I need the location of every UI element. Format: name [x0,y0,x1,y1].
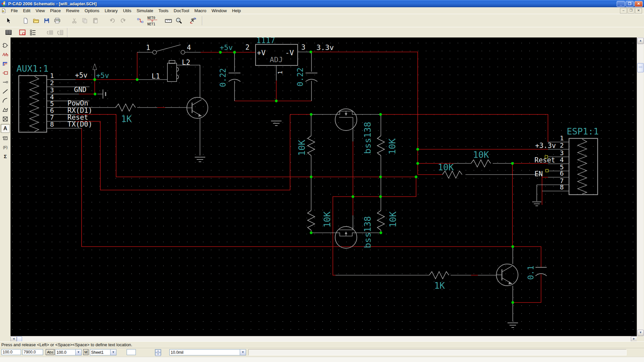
wire-advance-button[interactable] [135,16,145,26]
aux-pin-numbers[interactable]: 1 2 3 4 5 6 7 8 [50,72,54,128]
menu-options[interactable]: Options [82,8,102,14]
place-polygon-tool[interactable] [1,106,10,114]
spinner-up-icon[interactable]: ▲ [155,350,161,353]
menu-edit[interactable]: Edit [20,8,33,14]
width-spinner[interactable]: ▲ ▼ [155,349,161,355]
place-line-tool[interactable] [1,87,10,95]
redo-button[interactable] [118,16,128,26]
r1k-powon-value[interactable]: 1K [121,114,132,124]
net-label-5v-pin[interactable]: +5v [96,71,109,80]
reg-adj-pin[interactable]: 1 [277,71,284,74]
new-button[interactable] [20,16,31,26]
esp-pin-numbers[interactable]: 1 2 3 4 5 6 7 8 [560,134,564,191]
mosfet-upper-value[interactable]: bss138 [362,122,373,154]
y-coordinate-input[interactable] [22,349,43,355]
block-flip-button[interactable] [55,28,66,37]
scroll-down-button[interactable]: ▼ [637,330,644,336]
aux-title[interactable]: AUX1:1 [16,63,49,74]
open-button[interactable] [31,16,41,26]
menu-library[interactable]: Library [102,8,120,14]
scroll-up-button[interactable]: ▲ [637,38,644,44]
r1k-base-value[interactable]: 1K [434,280,445,291]
reg-out-label[interactable]: -V [285,49,294,57]
switch-pin-b[interactable]: 4 [187,44,191,52]
place-wire-tool[interactable] [1,50,10,59]
wire-width-input[interactable] [127,349,136,355]
place-ieee-symbol-tool[interactable] [1,134,10,142]
menu-help[interactable]: Help [229,8,243,14]
vertical-scroll-thumb[interactable] [637,63,644,72]
measure-button[interactable] [163,16,174,26]
menu-place[interactable]: Place [47,8,63,14]
place-pin-tool[interactable] [1,78,10,86]
reg-adj-label[interactable]: ADJ [270,56,283,64]
restore-button[interactable]: ❐ [626,1,634,7]
cap-in-value[interactable]: 0.22 [218,68,228,87]
block-rotate-button[interactable] [45,28,55,37]
record-macro-button[interactable] [187,16,201,26]
spinner-down-icon[interactable]: ▼ [155,353,161,356]
menu-macro[interactable]: Macro [192,8,209,14]
r10k-en-value[interactable]: 10K [438,162,454,172]
net-label-33-rail[interactable]: 3.3v [316,43,334,52]
close-button[interactable]: ✕ [634,1,643,7]
reg-in-pin[interactable]: 2 [245,43,250,51]
mode-button[interactable]: M [83,349,88,355]
abs-rel-toggle-button[interactable]: Abs [46,349,55,355]
place-arc-tool[interactable] [1,96,10,105]
r10k-reset-value[interactable]: 10K [473,150,489,160]
horizontal-scrollbar[interactable]: ◄ ► [11,336,637,342]
net-rename-button[interactable]: NET0 NET1 [145,16,160,26]
r10k-lr-value[interactable]: 10K [388,211,398,228]
menu-window[interactable]: Window [209,8,229,14]
r10k-ur-value[interactable]: 10K [387,138,397,155]
menu-doctool[interactable]: DocTool [171,8,192,14]
place-text-tool[interactable]: A [1,124,10,133]
select-tool-button[interactable] [3,16,14,26]
undo-button[interactable] [107,16,118,26]
sheet-grid-button[interactable] [3,28,14,37]
menu-file[interactable]: File [8,8,20,14]
x-coordinate-input[interactable] [1,349,21,355]
vertical-scrollbar[interactable]: ▲ ▼ [637,37,644,336]
grid-dropdown-arrow-icon[interactable]: ▼ [75,350,81,355]
save-button[interactable] [41,16,52,26]
net-label-5v-rail[interactable]: +5v [220,43,233,52]
menu-tools[interactable]: Tools [156,8,171,14]
schematic-canvas[interactable]: AUX1:1 ESP1:1 1 2 3 4 5 6 7 8 +5v GND Po… [11,37,637,336]
l2-label[interactable]: L2 [182,59,190,66]
doc-close-button[interactable]: ✕ [635,8,642,13]
bom-list-button[interactable] [28,28,38,37]
paste-button[interactable] [90,16,101,26]
block-selection-button[interactable] [17,28,28,37]
place-field-tool[interactable]: {F} [1,143,10,151]
cut-button[interactable] [69,16,80,26]
r10k-ll-value[interactable]: 10K [322,211,332,228]
menu-view[interactable]: View [33,8,47,14]
menu-utils[interactable]: Utils [120,8,134,14]
minimize-button[interactable]: _ [617,1,625,7]
place-port-tool[interactable] [1,69,10,77]
cap-out-value[interactable]: 0.22 [296,67,305,86]
zoom-button[interactable] [174,16,184,26]
cap-reset-value[interactable]: 0.1 [526,266,535,280]
doc-restore-button[interactable]: ❐ [628,8,634,13]
doc-minimize-button[interactable]: – [620,8,627,13]
switch-pin-a[interactable]: 1 [146,44,150,52]
line-width-dropdown-arrow-icon[interactable]: ▼ [240,350,246,355]
place-bus-tool[interactable] [1,60,10,68]
reg-in-label[interactable]: +V [257,49,266,57]
r10k-ul-value[interactable]: 10K [297,139,307,156]
line-width-dropdown[interactable]: 10.0mil ▼ [169,349,246,355]
place-field-box-tool[interactable] [1,115,10,123]
print-button[interactable] [52,16,62,26]
copy-button[interactable] [80,16,90,26]
place-part-tool[interactable] [1,41,10,49]
menu-simulate[interactable]: Simulate [134,8,156,14]
l1-label[interactable]: L1 [152,72,160,80]
reg-out-pin[interactable]: 3 [301,43,306,51]
grid-spacing-dropdown[interactable]: 100.0 ▼ [55,349,82,355]
reg-name[interactable]: 1117 [256,37,275,45]
esp-title[interactable]: ESP1:1 [567,126,599,136]
place-sigma-tool[interactable]: Σ [1,152,10,160]
